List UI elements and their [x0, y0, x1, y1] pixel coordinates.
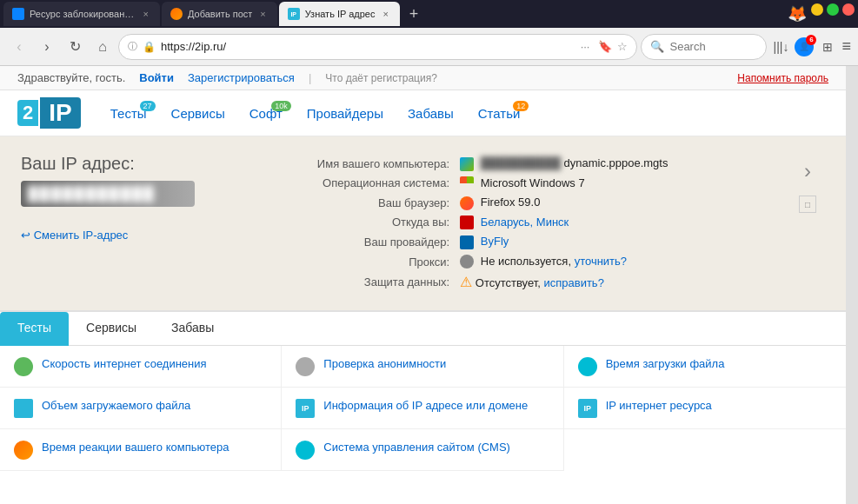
os-text: Microsoft Windows 7: [481, 176, 585, 189]
address-info-icon: ⓘ: [128, 40, 137, 53]
download-time-link[interactable]: Время загрузки файла: [606, 356, 725, 372]
ip-change-link[interactable]: Сменить IP-адрес: [21, 229, 128, 242]
close-button[interactable]: [842, 3, 855, 16]
topbar-remind-link[interactable]: Напомнить пароль: [737, 72, 828, 84]
search-icon: 🔍: [650, 40, 664, 53]
nav-providers[interactable]: Провайдеры: [295, 99, 396, 128]
service-download-time: Время загрузки файла: [564, 346, 846, 388]
page-inner: Здравствуйте, гость. Войти Зарегистриров…: [0, 66, 846, 504]
page-content: Здравствуйте, гость. Войти Зарегистриров…: [0, 66, 858, 504]
by-flag-icon: [460, 216, 474, 229]
home-button[interactable]: ⌂: [90, 35, 115, 59]
tab-fun[interactable]: Забавы: [154, 312, 231, 346]
tab-2-close[interactable]: ×: [257, 8, 268, 20]
scrollbar[interactable]: [846, 66, 858, 504]
search-box[interactable]: 🔍: [641, 34, 767, 60]
topbar-reg-info-link[interactable]: Что даёт регистрация?: [325, 72, 437, 84]
minimize-button[interactable]: [811, 3, 823, 16]
back-button[interactable]: ‹: [7, 35, 31, 59]
addon-icon[interactable]: 🦊: [787, 3, 808, 24]
protect-value: ⚠ Отсутствует, исправить?: [455, 271, 773, 293]
site-header: 2 IP 27 Тесты Сервисы 10k Софт: [0, 90, 846, 136]
provider-link[interactable]: ByFly: [481, 235, 509, 248]
tab-2[interactable]: Добавить пост ×: [162, 2, 277, 26]
tab-1-close[interactable]: ×: [141, 8, 151, 20]
new-tab-button[interactable]: +: [402, 2, 426, 26]
hostname-blurred: ██████████: [481, 156, 561, 169]
proxy-value: Не используется, уточнить?: [455, 252, 773, 272]
profile-badge[interactable]: 👤 6: [795, 37, 814, 56]
os-label: Операционная система:: [247, 174, 455, 194]
tab-3-close[interactable]: ×: [380, 8, 390, 20]
toolbar: ‹ › ↻ ⌂ ⓘ 🔒 https://2ip.ru/ ··· 🔖 ☆ 🔍 ||…: [0, 28, 858, 66]
nav-tests[interactable]: 27 Тесты: [98, 99, 159, 128]
service-reaction: Время реакции вашего компьютера: [0, 429, 282, 471]
reaction-link[interactable]: Время реакции вашего компьютера: [42, 440, 229, 455]
hostname-row: Имя вашего компьютера: ██████████ dynami…: [247, 154, 773, 174]
forward-button[interactable]: ›: [35, 35, 59, 59]
service-anon: Проверка анонимности: [282, 346, 563, 388]
tabs-section: Тесты Сервисы Забавы Скорость интернет с…: [0, 310, 846, 471]
extensions-icon[interactable]: ⊞: [817, 36, 838, 57]
browser-row: Ваш браузер: Firefox 59.0: [247, 193, 773, 213]
proxy-icon: [460, 255, 474, 269]
location-link[interactable]: Беларусь, Минск: [481, 216, 569, 229]
speed-link[interactable]: Скорость интернет соединения: [42, 356, 207, 372]
os-row: Операционная система: Microsoft Windows …: [247, 174, 773, 194]
tab-1-icon: [12, 8, 24, 20]
topbar-sep: |: [309, 71, 311, 84]
volume-icon: [14, 399, 33, 418]
search-input[interactable]: [669, 40, 757, 53]
protect-link[interactable]: исправить?: [543, 276, 603, 289]
cms-icon: [296, 441, 315, 460]
warning-icon: ⚠: [460, 275, 472, 289]
nav-fun[interactable]: Забавы: [396, 99, 466, 128]
lock-icon: 🔒: [143, 41, 156, 53]
topbar-login-link[interactable]: Войти: [139, 71, 174, 84]
nav-soft[interactable]: 10k Софт: [237, 99, 295, 128]
browser-label: Ваш браузер:: [247, 193, 455, 213]
refresh-button[interactable]: ↻: [63, 35, 87, 59]
tabs-nav: Тесты Сервисы Забавы: [0, 312, 846, 346]
location-row: Откуда вы: Беларусь, Минск: [247, 213, 773, 233]
proxy-row: Прокси: Не используется, уточнить?: [247, 252, 773, 272]
library-icon[interactable]: |||↓: [770, 36, 791, 57]
tab-1[interactable]: Ресурс заблокирован - Resource... ×: [3, 2, 160, 26]
provider-label: Ваш провайдер:: [247, 232, 455, 252]
bookmark-icon[interactable]: 🔖: [598, 40, 612, 53]
address-options[interactable]: ···: [577, 40, 594, 53]
profile-badge-count: 6: [806, 35, 816, 45]
site-nav: 27 Тесты Сервисы 10k Софт Провайдеры Заб: [98, 99, 533, 128]
ip-res-link[interactable]: IP интернет ресурса: [606, 398, 712, 414]
tab-services[interactable]: Сервисы: [69, 312, 154, 346]
address-bar[interactable]: ⓘ 🔒 https://2ip.ru/ ··· 🔖 ☆: [118, 34, 637, 60]
ip-res-icon: IP: [578, 399, 597, 418]
ip-info-link[interactable]: Информация об IP адресе или домене: [323, 398, 528, 414]
tab-1-label: Ресурс заблокирован - Resource...: [30, 9, 136, 19]
nav-articles[interactable]: 12 Статьи: [466, 99, 533, 128]
logo[interactable]: 2 IP: [17, 97, 81, 129]
ip-blurred: ███████████: [28, 186, 156, 202]
proxy-link[interactable]: уточнить?: [575, 255, 627, 268]
anon-link[interactable]: Проверка анонимности: [323, 356, 446, 372]
nav-services[interactable]: Сервисы: [159, 99, 237, 128]
star-icon[interactable]: ☆: [617, 40, 628, 53]
window-controls: 🦊: [787, 3, 855, 24]
location-value: Беларусь, Минск: [455, 213, 773, 233]
tab-3-label: Узнать IP адрес: [305, 9, 376, 19]
maximize-button[interactable]: [827, 3, 839, 16]
computer-icon: [460, 157, 474, 171]
nav-fun-label: Забавы: [408, 106, 454, 121]
reaction-icon: [14, 441, 33, 460]
arrow-right-button[interactable]: ›: [790, 154, 825, 189]
address-url[interactable]: https://2ip.ru/: [161, 40, 572, 53]
protect-text: Отсутствует,: [476, 276, 541, 289]
menu-button[interactable]: ≡: [841, 37, 851, 56]
expand-button[interactable]: □: [799, 196, 816, 213]
provider-row: Ваш провайдер: ByFly: [247, 232, 773, 252]
volume-link[interactable]: Объем загружаемого файла: [42, 398, 190, 414]
topbar-register-link[interactable]: Зарегистрироваться: [188, 71, 295, 84]
tab-tests[interactable]: Тесты: [0, 312, 69, 346]
cms-link[interactable]: Система управления сайтом (CMS): [323, 440, 510, 455]
tab-3[interactable]: IP Узнать IP адрес ×: [279, 2, 400, 26]
